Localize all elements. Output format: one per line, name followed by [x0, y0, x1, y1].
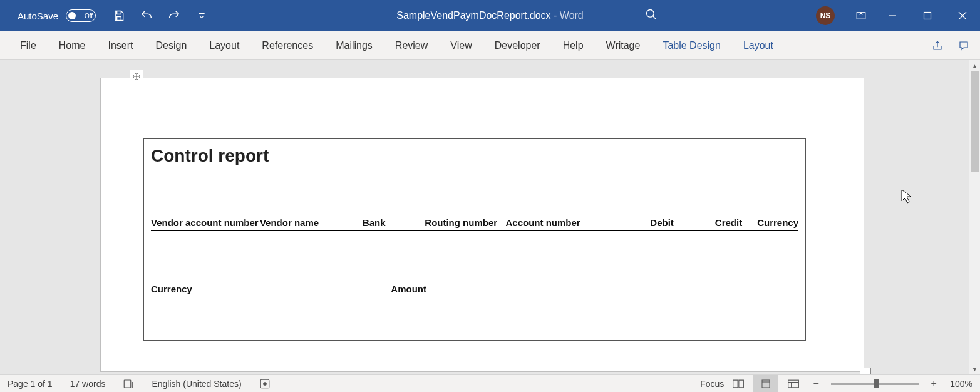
save-button[interactable]: [107, 4, 131, 28]
tab-references[interactable]: References: [250, 31, 324, 59]
tab-table-layout[interactable]: Layout: [732, 31, 785, 59]
read-mode-button[interactable]: [726, 375, 751, 393]
table1-header-row: Vendor account number Vendor name Bank R…: [151, 217, 798, 231]
svg-rect-3: [125, 380, 132, 388]
table-move-handle[interactable]: [130, 70, 143, 83]
tab-writage[interactable]: Writage: [595, 31, 652, 59]
comments-button[interactable]: [952, 34, 975, 57]
customize-qat-button[interactable]: [190, 4, 214, 28]
status-bar: Page 1 of 1 17 words English (United Sta…: [0, 374, 980, 392]
window-controls: NS: [816, 0, 980, 31]
table-resize-handle[interactable]: [860, 368, 871, 374]
zoom-in-button[interactable]: +: [926, 376, 941, 391]
tab-help[interactable]: Help: [552, 31, 595, 59]
user-avatar[interactable]: NS: [816, 6, 835, 25]
language-text: English (United States): [152, 379, 241, 389]
ribbon-right-actions: [926, 31, 980, 59]
tab-developer[interactable]: Developer: [483, 31, 552, 59]
tab-home[interactable]: Home: [48, 31, 97, 59]
zoom-slider-thumb[interactable]: [874, 379, 879, 388]
col-debit[interactable]: Debit: [606, 217, 674, 228]
word-count[interactable]: 17 words: [70, 379, 106, 389]
table2-header-row: Currency Amount: [151, 284, 426, 297]
focus-mode-button[interactable]: Focus: [698, 375, 723, 393]
tab-insert[interactable]: Insert: [96, 31, 144, 59]
tab-design[interactable]: Design: [144, 31, 198, 59]
page-info-text: Page 1 of 1: [8, 379, 53, 389]
status-bar-right: Focus − + 100%: [698, 375, 972, 393]
vertical-scrollbar[interactable]: ▲ ▼: [969, 60, 980, 374]
col-account-number[interactable]: Account number: [506, 217, 606, 228]
tab-file[interactable]: File: [9, 31, 48, 59]
col-currency[interactable]: Currency: [742, 217, 798, 228]
print-layout-button[interactable]: [753, 375, 778, 393]
tab-mailings[interactable]: Mailings: [324, 31, 384, 59]
tab-table-design[interactable]: Table Design: [651, 31, 732, 59]
tab-view[interactable]: View: [439, 31, 483, 59]
search-button[interactable]: [645, 8, 658, 23]
app-name: - Word: [551, 10, 584, 21]
tab-review[interactable]: Review: [384, 31, 439, 59]
user-initials: NS: [820, 11, 831, 20]
svg-rect-7: [788, 380, 799, 388]
mouse-cursor-icon: [900, 188, 913, 206]
page[interactable]: Control report Vendor account number Ven…: [100, 78, 864, 372]
share-button[interactable]: [926, 34, 949, 57]
page-info[interactable]: Page 1 of 1: [8, 379, 53, 389]
scroll-thumb[interactable]: [971, 71, 979, 172]
ribbon-display-options-button[interactable]: [847, 0, 875, 31]
document-table-outline[interactable]: [143, 138, 806, 341]
scroll-track[interactable]: [969, 71, 980, 363]
focus-label: Focus: [700, 379, 724, 389]
autosave-label: AutoSave: [18, 11, 58, 21]
web-layout-button[interactable]: [781, 375, 806, 393]
svg-rect-6: [762, 380, 770, 388]
document-area[interactable]: Control report Vendor account number Ven…: [0, 60, 980, 374]
scroll-down-arrow[interactable]: ▼: [969, 363, 980, 374]
svg-point-0: [647, 10, 654, 18]
col-vendor-account-number[interactable]: Vendor account number: [151, 217, 260, 228]
tab-layout[interactable]: Layout: [198, 31, 250, 59]
col-routing-number[interactable]: Routing number: [425, 217, 505, 228]
zoom-out-button[interactable]: −: [808, 376, 823, 391]
svg-rect-2: [924, 13, 931, 19]
autosave-toggle-dot: [68, 12, 76, 19]
spelling-status[interactable]: [123, 378, 134, 389]
zoom-level[interactable]: 100%: [950, 379, 972, 389]
title-bar: AutoSave Off SampleVendPaymDocReport.doc…: [0, 0, 980, 31]
undo-button[interactable]: [135, 4, 158, 28]
svg-point-5: [263, 382, 266, 385]
col2-amount[interactable]: Amount: [370, 284, 426, 294]
col-vendor-name[interactable]: Vendor name: [260, 217, 363, 228]
autosave-state: Off: [85, 13, 93, 19]
close-button[interactable]: [945, 0, 980, 31]
macro-status[interactable]: [259, 378, 271, 389]
minimize-button[interactable]: [875, 0, 910, 31]
col-credit[interactable]: Credit: [674, 217, 742, 228]
scroll-up-arrow[interactable]: ▲: [969, 60, 980, 71]
ribbon-tabs: File Home Insert Design Layout Reference…: [0, 31, 980, 60]
col-bank[interactable]: Bank: [363, 217, 425, 228]
quick-access-toolbar: AutoSave Off: [0, 4, 214, 28]
window-title: SampleVendPaymDocReport.docx - Word: [396, 10, 584, 21]
col2-currency[interactable]: Currency: [151, 284, 370, 294]
maximize-button[interactable]: [910, 0, 945, 31]
word-count-text: 17 words: [70, 379, 106, 389]
document-name: SampleVendPaymDocReport.docx: [396, 10, 550, 21]
autosave-toggle[interactable]: Off: [66, 9, 96, 22]
language-status[interactable]: English (United States): [152, 379, 241, 389]
zoom-slider[interactable]: [831, 383, 919, 385]
document-title[interactable]: Control report: [151, 146, 269, 166]
redo-button[interactable]: [162, 4, 186, 28]
